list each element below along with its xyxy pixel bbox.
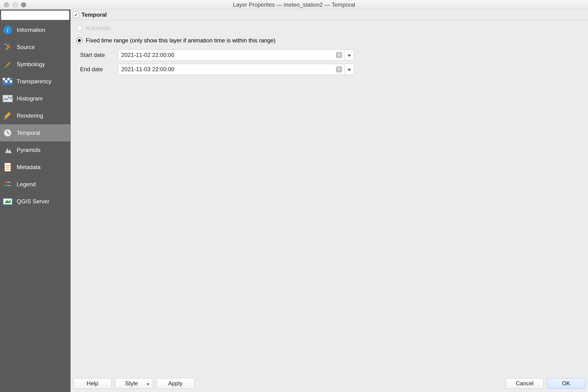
- clock-icon: [3, 128, 13, 138]
- sidebar-item-temporal[interactable]: Temporal: [0, 124, 70, 142]
- sidebar-item-label: Pyramids: [17, 147, 41, 153]
- sidebar-item-pyramids[interactable]: Pyramids: [0, 142, 70, 158]
- maximize-window-button[interactable]: [21, 2, 26, 8]
- document-icon: [3, 162, 13, 172]
- svg-rect-9: [5, 80, 8, 83]
- chevron-down-icon: [348, 66, 351, 73]
- cancel-button[interactable]: Cancel: [505, 378, 544, 389]
- start-date-input[interactable]: [118, 50, 344, 60]
- sidebar-item-label: Rendering: [17, 112, 43, 119]
- svg-rect-7: [3, 78, 5, 80]
- sidebar-item-label: Symbology: [17, 61, 45, 68]
- end-date-input[interactable]: [118, 64, 344, 75]
- sidebar-item-legend[interactable]: Legend: [0, 176, 70, 193]
- svg-marker-29: [348, 69, 351, 71]
- end-date-clear-button[interactable]: ✕: [336, 66, 342, 72]
- sidebar-item-histogram[interactable]: Histogram: [0, 90, 70, 107]
- main-panel: ✓ Temporal Automatic Fixed time range (o…: [71, 10, 588, 392]
- server-icon: [3, 196, 13, 207]
- svg-rect-5: [4, 66, 7, 68]
- close-window-button[interactable]: [4, 2, 9, 8]
- sidebar-search-input[interactable]: [1, 10, 69, 20]
- chevron-down-icon: [147, 380, 149, 387]
- clear-icon: ✕: [337, 67, 341, 72]
- dialog-footer: Help Style Apply Cancel OK: [71, 378, 588, 392]
- sidebar-item-metadata[interactable]: Metadata: [0, 158, 70, 176]
- end-date-dropdown-button[interactable]: [344, 64, 354, 75]
- sidebar-item-label: Legend: [17, 181, 36, 188]
- clear-icon: ✕: [337, 52, 341, 58]
- sidebar: i Information Source Symbology Transpare…: [0, 10, 71, 392]
- end-date-label: End date: [80, 64, 113, 75]
- radio-option-automatic: Automatic: [76, 25, 583, 32]
- histogram-icon: [3, 93, 13, 104]
- info-icon: i: [3, 25, 13, 35]
- window-controls: [0, 2, 26, 8]
- transparency-icon: [3, 76, 13, 87]
- radio-fixed-label: Fixed time range (only show this layer i…: [86, 37, 275, 44]
- svg-marker-30: [147, 384, 149, 385]
- help-button[interactable]: Help: [73, 378, 112, 389]
- legend-icon: [3, 179, 13, 190]
- svg-rect-12: [4, 118, 6, 120]
- sidebar-item-label: Metadata: [17, 164, 41, 170]
- sidebar-item-qgis-server[interactable]: QGIS Server: [0, 193, 70, 210]
- svg-rect-23: [4, 184, 6, 186]
- sidebar-item-label: Information: [17, 27, 45, 33]
- radio-automatic: [76, 25, 83, 31]
- radio-fixed[interactable]: [76, 38, 83, 44]
- radio-automatic-label: Automatic: [86, 25, 111, 32]
- sidebar-item-label: Source: [17, 44, 35, 50]
- svg-text:i: i: [7, 26, 8, 33]
- svg-rect-8: [8, 78, 10, 80]
- wrench-icon: [3, 42, 13, 52]
- sidebar-item-label: Histogram: [17, 95, 43, 102]
- svg-marker-28: [348, 54, 351, 57]
- window-titlebar: Layer Properties — meteo_station2 — Temp…: [0, 0, 588, 10]
- minimize-window-button[interactable]: [13, 2, 18, 8]
- ok-button[interactable]: OK: [547, 378, 585, 389]
- window-title: Layer Properties — meteo_station2 — Temp…: [0, 2, 588, 8]
- radio-option-fixed[interactable]: Fixed time range (only show this layer i…: [76, 37, 583, 44]
- apply-button[interactable]: Apply: [156, 378, 194, 389]
- sidebar-item-information[interactable]: i Information: [0, 22, 70, 38]
- start-date-dropdown-button[interactable]: [344, 50, 354, 60]
- panel-title: Temporal: [82, 12, 107, 18]
- svg-rect-10: [10, 80, 12, 83]
- panel-header: ✓ Temporal: [71, 10, 588, 20]
- sidebar-item-label: Transparency: [17, 78, 52, 85]
- sidebar-item-transparency[interactable]: Transparency: [0, 73, 70, 90]
- svg-rect-4: [4, 44, 7, 45]
- start-date-label: Start date: [80, 50, 113, 60]
- brush-icon: [3, 59, 13, 70]
- temporal-enable-checkbox[interactable]: ✓: [73, 12, 79, 18]
- sidebar-item-label: Temporal: [17, 130, 40, 136]
- style-button[interactable]: Style: [115, 378, 153, 389]
- chevron-down-icon: [348, 52, 351, 58]
- paint-roller-icon: [3, 110, 13, 121]
- svg-rect-22: [4, 181, 6, 183]
- checkmark-icon: ✓: [74, 12, 78, 18]
- pyramids-icon: [3, 145, 13, 155]
- sidebar-item-source[interactable]: Source: [0, 38, 70, 56]
- start-date-clear-button[interactable]: ✕: [336, 52, 342, 58]
- sidebar-item-label: QGIS Server: [17, 198, 49, 205]
- sidebar-item-symbology[interactable]: Symbology: [0, 56, 70, 73]
- sidebar-item-rendering[interactable]: Rendering: [0, 107, 70, 124]
